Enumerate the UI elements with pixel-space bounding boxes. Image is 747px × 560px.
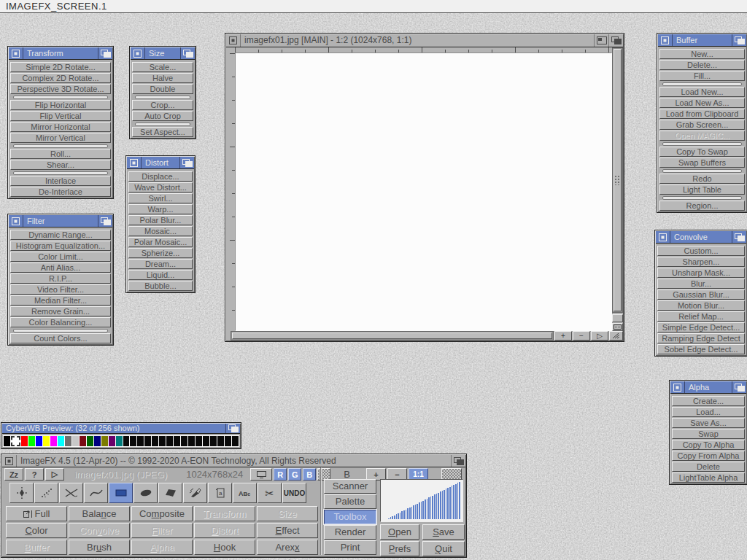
curve-tool[interactable]: [84, 483, 108, 503]
color-swatch[interactable]: [50, 436, 57, 446]
color-swatch[interactable]: [217, 436, 224, 446]
anti-alias-button[interactable]: Anti Alias...: [10, 262, 111, 273]
sharpen-button[interactable]: Sharpen...: [657, 257, 745, 267]
de-interlace-button[interactable]: De-Interlace: [10, 187, 111, 197]
color-swatch[interactable]: [144, 436, 151, 446]
blank-gadget[interactable]: [612, 314, 623, 322]
color-swatch[interactable]: [196, 436, 202, 446]
color-balancing-button[interactable]: Color Balancing...: [10, 317, 111, 327]
blue-channel-toggle[interactable]: B: [303, 468, 316, 481]
load-new-as-button[interactable]: Load New As...: [659, 98, 745, 108]
color-button[interactable]: Color: [6, 523, 67, 538]
hook-button[interactable]: Hook: [194, 540, 255, 555]
open-button[interactable]: Open: [380, 524, 419, 540]
wave-distort-button[interactable]: Wave Distort...: [128, 182, 193, 192]
depth-icon[interactable]: [732, 231, 746, 243]
close-icon[interactable]: [127, 157, 142, 168]
copy-from-alpha-button[interactable]: Copy From Alpha: [672, 451, 745, 461]
load-from-clipboard-button[interactable]: Load from Clipboard: [659, 109, 745, 119]
ruler-toggle-icon[interactable]: [612, 323, 623, 331]
close-icon[interactable]: [131, 47, 145, 59]
simple-2d-rotate-button[interactable]: Simple 2D Rotate...: [10, 62, 111, 72]
depth-icon[interactable]: [451, 455, 465, 467]
color-swatch[interactable]: [11, 436, 20, 446]
line-tool[interactable]: [59, 483, 83, 503]
bubble-button[interactable]: Bubble...: [128, 281, 193, 291]
shear-button[interactable]: Shear...: [10, 160, 111, 170]
color-swatch[interactable]: [210, 436, 217, 446]
scanner-button[interactable]: Scanner: [324, 479, 376, 494]
color-swatch[interactable]: [109, 436, 115, 446]
text-tool[interactable]: ABc: [233, 483, 257, 503]
monitor-icon-button[interactable]: [250, 468, 272, 481]
color-swatch[interactable]: [116, 436, 123, 446]
effect-button[interactable]: Effect: [257, 523, 318, 538]
save-button[interactable]: Save: [422, 524, 465, 540]
close-icon[interactable]: [2, 455, 17, 467]
color-swatch[interactable]: [28, 436, 35, 446]
print-button[interactable]: Print: [324, 540, 376, 555]
load-new-button[interactable]: Load New...: [659, 87, 745, 97]
resize-corner-icon[interactable]: [609, 331, 623, 341]
complex-2d-rotate-button[interactable]: Complex 2D Rotate...: [10, 73, 111, 83]
titlebar[interactable]: imagefx01.jpg [MAIN] - 1:2 (1024x768, 1:…: [226, 34, 623, 47]
color-swatch[interactable]: [137, 436, 144, 446]
double-button[interactable]: Double: [132, 84, 193, 94]
dynamic-range-button[interactable]: Dynamic Range...: [10, 230, 111, 240]
depth-icon[interactable]: [180, 47, 195, 59]
light-table-button[interactable]: Light Table: [659, 184, 745, 195]
color-swatch[interactable]: [181, 436, 187, 446]
set-aspect-button[interactable]: Set Aspect...: [132, 127, 193, 137]
brush-button[interactable]: Brush: [69, 540, 130, 555]
color-swatch[interactable]: [232, 436, 239, 446]
green-channel-toggle[interactable]: G: [288, 468, 301, 481]
depth-icon[interactable]: [98, 47, 112, 59]
simple-edge-detect-button[interactable]: Simple Edge Detect...: [657, 322, 745, 332]
iconify-button[interactable]: Zz: [4, 468, 23, 481]
close-icon[interactable]: [9, 47, 23, 59]
color-swatch[interactable]: [80, 436, 86, 446]
toolbox-button[interactable]: Toolbox: [324, 510, 376, 524]
create-button[interactable]: Create...: [672, 396, 745, 406]
close-icon[interactable]: [9, 215, 23, 227]
depth-icon[interactable]: [98, 215, 112, 227]
zoom-out-button[interactable]: −: [573, 331, 590, 341]
mirror-horizontal-button[interactable]: Mirror Horizontal: [10, 122, 111, 132]
mirror-vertical-button[interactable]: Mirror Vertical: [10, 133, 111, 143]
auto-crop-button[interactable]: Auto Crop: [132, 111, 193, 121]
oval-tool[interactable]: [133, 483, 158, 503]
redo-button[interactable]: Redo: [659, 174, 745, 184]
grab-screen-button[interactable]: Grab Screen...: [659, 120, 745, 130]
halve-button[interactable]: Halve: [132, 73, 193, 83]
blur-button[interactable]: Blur...: [657, 279, 745, 289]
titlebar[interactable]: ImageFX 4.5 (12-Apr-20) -- © 1992-2020 A…: [2, 455, 465, 467]
clipboard-tool[interactable]: a: [208, 483, 232, 503]
video-filter-button[interactable]: Video Filter...: [10, 284, 111, 295]
red-channel-toggle[interactable]: R: [274, 468, 287, 481]
full-button[interactable]: Full: [6, 506, 67, 521]
close-icon[interactable]: [658, 34, 673, 46]
spherize-button[interactable]: Spherize...: [128, 248, 193, 258]
run-icon-button[interactable]: ▷: [45, 468, 64, 481]
warp-button[interactable]: Warp...: [128, 204, 193, 214]
flip-horizontal-button[interactable]: Flip Horizontal: [10, 100, 111, 110]
depth-icon[interactable]: [608, 34, 623, 47]
perspective-3d-rotate-button[interactable]: Perspective 3D Rotate...: [10, 84, 111, 94]
scale-button[interactable]: Scale...: [132, 62, 193, 72]
vertical-scroll-thumb[interactable]: [614, 49, 622, 311]
depth-icon[interactable]: [225, 424, 240, 433]
new-button[interactable]: New...: [659, 49, 745, 59]
color-limit-button[interactable]: Color Limit...: [10, 252, 111, 262]
custom-button[interactable]: Custom...: [657, 246, 745, 256]
run-icon[interactable]: ▷: [591, 331, 608, 341]
depth-icon[interactable]: [732, 381, 746, 393]
undo-button[interactable]: UNDO: [282, 483, 306, 503]
color-swatch[interactable]: [94, 436, 101, 446]
load-button[interactable]: Load...: [672, 407, 745, 417]
swap-buffers-button[interactable]: Swap Buffers: [659, 158, 745, 168]
zoom-gadget-icon[interactable]: [594, 34, 608, 47]
color-swatch[interactable]: [123, 436, 130, 446]
airbrush-tool[interactable]: [34, 483, 58, 503]
depth-icon[interactable]: [179, 157, 194, 168]
depth-icon[interactable]: [732, 34, 746, 46]
